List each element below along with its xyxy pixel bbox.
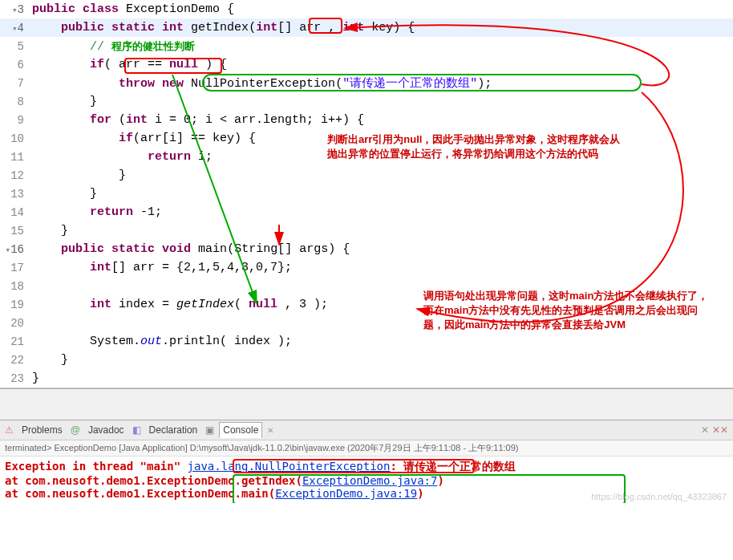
tab-close-icon[interactable]: ✕ bbox=[267, 426, 273, 435]
javadoc-icon: @ bbox=[71, 424, 80, 436]
line-number: 11 bbox=[0, 151, 32, 164]
code-content[interactable]: for (int i = 0; i < arr.length; i++) { bbox=[32, 113, 364, 127]
console-output[interactable]: Exception in thread "main" java.lang.Nul… bbox=[0, 457, 733, 503]
code-content[interactable]: if( arr == null ) { bbox=[32, 58, 227, 71]
fold-icon[interactable]: ▾ bbox=[10, 23, 18, 34]
fold-icon[interactable]: ▾ bbox=[10, 5, 18, 15]
line-number: 18 bbox=[0, 280, 32, 293]
code-content[interactable] bbox=[32, 279, 39, 293]
line-number: 8 bbox=[0, 95, 32, 108]
code-content[interactable]: if(arr[i] == key) { bbox=[32, 132, 256, 145]
annotation-comment: 程序的健壮性判断 bbox=[111, 41, 195, 53]
remove-launch-icon[interactable]: ✕ bbox=[701, 424, 709, 436]
line-number: 6 bbox=[0, 59, 32, 71]
code-content[interactable]: } bbox=[32, 353, 68, 367]
console-line: at com.neusoft.demo1.ExceptionDemo.getIn… bbox=[5, 474, 728, 487]
line-number: ▾4 bbox=[0, 22, 32, 34]
line-number: 9 bbox=[0, 114, 32, 127]
code-content[interactable]: int index = getIndex( null , 3 ); bbox=[32, 298, 328, 311]
exception-link[interactable]: java.lang.NullPointerException bbox=[188, 460, 391, 473]
code-editor[interactable]: ▾3public class ExceptionDemo { ▾4 public… bbox=[0, 0, 733, 388]
line-number: 10 bbox=[0, 132, 32, 145]
watermark: https://blog.csdn.net/qq_43323867 bbox=[591, 492, 727, 501]
fold-icon[interactable]: ▾ bbox=[2, 245, 10, 255]
line-number: 17 bbox=[0, 262, 32, 274]
code-content[interactable]: public static void main(String[] args) { bbox=[32, 242, 350, 256]
tab-javadoc[interactable]: Javadoc bbox=[85, 423, 128, 437]
source-link[interactable]: ExceptionDemo.java:19 bbox=[275, 487, 417, 500]
line-number: 7 bbox=[0, 77, 32, 90]
code-content[interactable]: } bbox=[32, 371, 39, 385]
tab-console[interactable]: Console bbox=[219, 422, 262, 438]
terminated-label: terminated> ExceptionDemo [Java Applicat… bbox=[0, 440, 733, 457]
code-content[interactable]: public static int getIndex(int[] arr , i… bbox=[32, 21, 415, 34]
code-content[interactable]: System.out.println( index ); bbox=[32, 335, 292, 348]
line-number: 14 bbox=[0, 206, 32, 219]
remove-all-launches-icon[interactable]: ✕✕ bbox=[712, 424, 728, 436]
line-number: 15 bbox=[0, 225, 32, 237]
problems-icon: ⚠ bbox=[5, 424, 14, 436]
code-content[interactable]: } bbox=[32, 224, 68, 237]
line-number: 19 bbox=[0, 298, 32, 311]
code-content[interactable]: int[] arr = {2,1,5,4,3,0,7}; bbox=[32, 261, 292, 274]
code-content[interactable]: // 程序的健壮性判断 bbox=[32, 39, 195, 54]
line-number: 21 bbox=[0, 335, 32, 348]
bottom-tab-bar: ⚠ Problems @ Javadoc ◧ Declaration ▣ Con… bbox=[0, 420, 733, 440]
line-number: 12 bbox=[0, 169, 32, 182]
code-content[interactable]: return -1; bbox=[32, 205, 162, 219]
line-number: ▾3 bbox=[0, 3, 32, 16]
code-content[interactable]: } bbox=[32, 95, 97, 108]
line-number: 22 bbox=[0, 354, 32, 367]
code-content[interactable]: throw new NullPointerException("请传递一个正常的… bbox=[32, 75, 492, 91]
code-content[interactable]: } bbox=[32, 187, 97, 201]
tab-problems[interactable]: Problems bbox=[18, 423, 66, 437]
code-content[interactable] bbox=[32, 316, 39, 330]
panel-separator[interactable] bbox=[0, 388, 733, 420]
source-link[interactable]: ExceptionDemo.java:7 bbox=[302, 474, 438, 487]
declaration-icon: ◧ bbox=[132, 424, 141, 436]
line-number: 23 bbox=[0, 372, 32, 385]
code-content[interactable]: public class ExceptionDemo { bbox=[32, 2, 234, 16]
code-content[interactable]: } bbox=[32, 168, 126, 182]
line-number: ▾16 bbox=[0, 243, 32, 256]
console-line: Exception in thread "main" java.lang.Nul… bbox=[5, 460, 728, 474]
console-icon: ▣ bbox=[205, 424, 214, 436]
code-content[interactable]: return i; bbox=[32, 150, 213, 164]
line-number: 5 bbox=[0, 40, 32, 53]
line-number: 20 bbox=[0, 317, 32, 330]
line-number: 13 bbox=[0, 188, 32, 201]
tab-declaration[interactable]: Declaration bbox=[146, 423, 201, 437]
